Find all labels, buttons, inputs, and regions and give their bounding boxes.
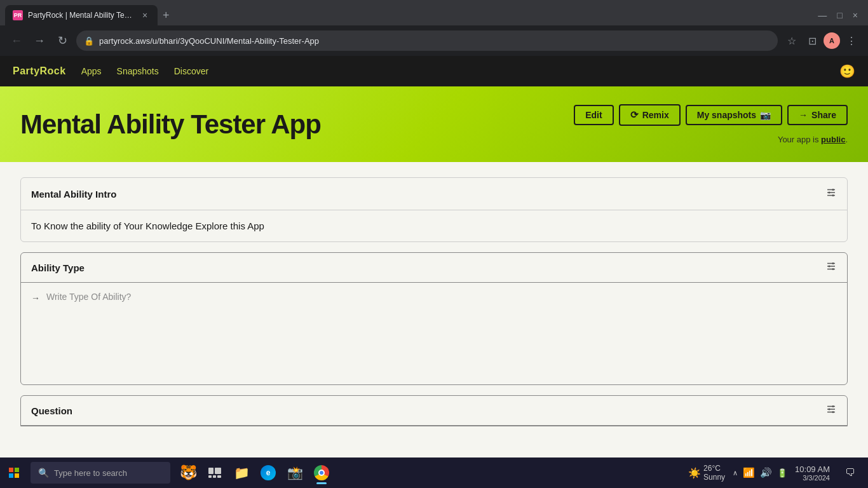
app-title: Mental Ability Tester App xyxy=(20,109,321,140)
profile-avatar[interactable]: A xyxy=(824,32,840,49)
battery-icon: 🔋 xyxy=(777,468,787,478)
browser-toolbar: ← → ↻ 🔒 partyrock.aws/u/bhari/3yQooCUNI/… xyxy=(0,25,868,56)
notification-button[interactable]: 🗨 xyxy=(837,458,863,488)
taskbar-search[interactable]: 🔍 Type here to search xyxy=(31,462,170,484)
network-icon[interactable]: 📶 xyxy=(743,467,755,478)
extension-button[interactable]: ⊡ xyxy=(803,32,821,50)
taskbar-file-explorer[interactable]: 📁 xyxy=(229,460,254,485)
intro-text: To Know the ability of Your Knowledge Ex… xyxy=(31,220,837,231)
refresh-button[interactable]: ↻ xyxy=(53,32,71,50)
svg-rect-22 xyxy=(208,468,214,474)
ability-type-widget: Ability Type → Write Type Of Ability? xyxy=(20,252,848,385)
nav-link-snapshots[interactable]: Snapshots xyxy=(117,66,159,76)
svg-point-17 xyxy=(832,411,834,413)
taskbar-task-view[interactable] xyxy=(202,460,227,485)
public-link[interactable]: public xyxy=(821,135,845,144)
taskbar-items: 🐯 📁 e 📸 xyxy=(175,460,334,485)
remix-button[interactable]: ⟳ Remix xyxy=(619,104,681,126)
browser-chrome: PR PartyRock | Mental Ability Teste... ×… xyxy=(0,0,868,56)
search-placeholder: Type here to search xyxy=(54,468,127,478)
main-page: PartyRock Apps Snapshots Discover 🙂 Ment… xyxy=(0,56,868,458)
svg-rect-24 xyxy=(208,475,212,478)
search-icon: 🔍 xyxy=(38,468,49,478)
intro-widget-title: Mental Ability Intro xyxy=(31,189,116,200)
clock-date: 3/3/2024 xyxy=(795,474,830,482)
ability-type-header: Ability Type xyxy=(21,253,847,283)
app-header: Mental Ability Tester App Edit ⟳ Remix M… xyxy=(0,86,868,162)
nav-link-apps[interactable]: Apps xyxy=(81,66,102,76)
clock-time: 10:09 AM xyxy=(795,464,830,474)
weather-icon: ☀️ xyxy=(688,467,701,479)
user-emoji-button[interactable]: 🙂 xyxy=(839,64,855,79)
system-icons[interactable]: ∧ 📶 🔊 🔋 xyxy=(733,467,787,478)
ability-type-settings-icon[interactable] xyxy=(825,261,837,274)
svg-rect-19 xyxy=(15,468,19,472)
active-tab[interactable]: PR PartyRock | Mental Ability Teste... × xyxy=(5,5,158,25)
taskbar-clock[interactable]: 10:09 AM 3/3/2024 xyxy=(790,464,835,482)
my-snapshots-button[interactable]: My snapshots 📷 xyxy=(686,105,782,125)
minimize-button[interactable]: — xyxy=(818,10,827,20)
start-button[interactable] xyxy=(0,458,28,488)
intro-widget-header: Mental Ability Intro xyxy=(21,178,847,210)
address-bar[interactable]: 🔒 partyrock.aws/u/bhari/3yQooCUNI/Mental… xyxy=(76,30,778,51)
back-button[interactable]: ← xyxy=(8,32,25,50)
new-tab-button[interactable]: + xyxy=(158,6,175,25)
close-tab-button[interactable]: × xyxy=(140,10,150,20)
svg-point-9 xyxy=(832,262,834,264)
app-logo: PartyRock xyxy=(13,65,66,77)
taskbar: 🔍 Type here to search 🐯 📁 xyxy=(0,458,868,488)
svg-rect-26 xyxy=(217,475,221,478)
share-button[interactable]: → Share xyxy=(787,105,848,125)
taskbar-chrome[interactable] xyxy=(309,460,334,485)
tab-bar: PR PartyRock | Mental Ability Teste... ×… xyxy=(0,0,868,25)
lock-icon: 🔒 xyxy=(84,36,94,46)
up-arrow-icon[interactable]: ∧ xyxy=(733,469,738,477)
svg-point-15 xyxy=(832,405,834,407)
taskbar-photos[interactable]: 📸 xyxy=(282,460,308,485)
close-button[interactable]: × xyxy=(853,10,858,20)
ability-type-input-area[interactable]: → Write Type Of Ability? xyxy=(21,283,847,384)
svg-rect-18 xyxy=(9,468,13,472)
edit-button[interactable]: Edit xyxy=(574,105,613,125)
forward-button[interactable]: → xyxy=(31,32,48,50)
window-controls: — □ × xyxy=(818,10,863,20)
remix-icon: ⟳ xyxy=(630,109,639,121)
tab-title: PartyRock | Mental Ability Teste... xyxy=(28,11,135,20)
svg-point-11 xyxy=(832,268,834,270)
menu-button[interactable]: ⋮ xyxy=(843,32,860,50)
intro-widget-body: To Know the ability of Your Knowledge Ex… xyxy=(21,210,847,241)
question-header: Question xyxy=(21,396,847,426)
intro-settings-icon[interactable] xyxy=(825,187,837,201)
volume-icon[interactable]: 🔊 xyxy=(760,467,772,478)
svg-point-5 xyxy=(832,194,834,196)
maximize-button[interactable]: □ xyxy=(837,10,842,20)
svg-point-10 xyxy=(829,266,831,268)
svg-rect-21 xyxy=(15,473,19,478)
taskbar-edge[interactable]: e xyxy=(255,460,281,485)
intro-widget: Mental Ability Intro To Know the ability… xyxy=(20,177,848,242)
question-settings-icon[interactable] xyxy=(825,403,837,417)
share-label: Share xyxy=(811,110,836,120)
question-widget: Question xyxy=(20,395,848,426)
weather-info: 26°C Sunny xyxy=(703,464,725,482)
question-title: Question xyxy=(31,405,72,416)
toolbar-actions: ☆ ⊡ A ⋮ xyxy=(783,32,860,50)
remix-label: Remix xyxy=(642,110,669,120)
public-status: Your app is public. xyxy=(778,135,848,144)
ability-type-title: Ability Type xyxy=(31,262,85,273)
bookmark-button[interactable]: ☆ xyxy=(783,32,801,50)
camera-icon: 📷 xyxy=(760,110,771,120)
header-actions: Edit ⟳ Remix My snapshots 📷 → Share xyxy=(574,104,848,144)
my-snapshots-label: My snapshots xyxy=(697,110,756,120)
ability-type-placeholder: Write Type Of Ability? xyxy=(46,292,131,302)
chrome-icon xyxy=(314,465,329,480)
edge-icon: e xyxy=(261,465,276,480)
header-buttons: Edit ⟳ Remix My snapshots 📷 → Share xyxy=(574,104,848,126)
svg-rect-20 xyxy=(9,473,13,478)
input-arrow-icon: → xyxy=(31,293,40,303)
weather-widget[interactable]: ☀️ 26°C Sunny xyxy=(683,464,730,482)
app-navbar: PartyRock Apps Snapshots Discover 🙂 xyxy=(0,56,868,86)
nav-link-discover[interactable]: Discover xyxy=(174,66,208,76)
notification-icon: 🗨 xyxy=(845,467,855,478)
taskbar-tiger-icon[interactable]: 🐯 xyxy=(175,460,201,485)
